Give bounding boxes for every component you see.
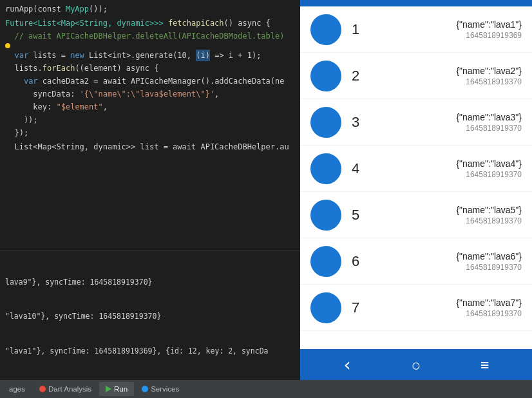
run-label: Run	[114, 385, 128, 393]
statusbar-tab-services[interactable]: Services	[135, 382, 185, 396]
list-item: 4 {"name":"lava4"} 1645818919370	[300, 146, 532, 192]
list-index: 6	[352, 253, 371, 270]
list-name: {"name":"lava2"}	[376, 66, 522, 76]
list-item: 1 {"name":"lava1"} 1645818919369	[300, 6, 532, 53]
code-line: runApp(const MyApp());	[0, 3, 300, 15]
list-index: 7	[352, 299, 371, 316]
list-time: 1645818919370	[376, 309, 522, 318]
list-content: {"name":"lava5"} 1645818919370	[376, 205, 522, 225]
code-line: Future<List<Map<String, dynamic>>> fetch…	[0, 17, 300, 30]
back-button[interactable]: ‹	[332, 349, 363, 380]
list-time: 1645818919370	[376, 263, 522, 272]
code-line: });	[0, 126, 300, 139]
code-editor: runApp(const MyApp()); Future<List<Map<S…	[0, 0, 300, 380]
code-line: List<Map<String, dynamic>> list = await …	[0, 140, 300, 153]
list-content: {"name":"lava6"} 1645818919370	[376, 251, 522, 272]
menu-button[interactable]: ≡	[470, 349, 500, 380]
list-item: 5 {"name":"lava5"} 1645818919370	[300, 192, 532, 238]
list-index: 5	[352, 207, 371, 223]
list-content: {"name":"lava2"} 1645818919370	[376, 66, 522, 86]
statusbar-tab-run[interactable]: Run	[99, 382, 134, 396]
list-content: {"name":"lava7"} 1645818919370	[376, 298, 522, 318]
services-icon	[142, 386, 148, 392]
list-index: 1	[352, 21, 371, 38]
app-navbar: ‹ ○ ≡	[300, 349, 532, 380]
list-name: {"name":"lava6"}	[376, 251, 522, 261]
list-avatar	[310, 246, 341, 277]
list-time: 1645818919370	[376, 77, 522, 86]
code-editor-bottom: lava9"}, syncTime: 1645818919370} "lava1…	[0, 251, 300, 380]
list-avatar	[310, 153, 341, 184]
list-avatar	[310, 61, 341, 91]
code-output-line: "lava10"}, syncTime: 1645818919370}	[5, 311, 295, 323]
list-content: {"name":"lava4"} 1645818919370	[376, 158, 522, 179]
code-line: var lists = new List<int>.generate(10, (…	[0, 49, 300, 62]
code-line: syncData: '{\"name\":\"lava$element\"}',	[0, 88, 300, 100]
list-content: {"name":"lava3"} 1645818919370	[376, 112, 522, 133]
warning-dot	[5, 43, 10, 48]
list-item: 2 {"name":"lava2"} 1645818919370	[300, 53, 532, 99]
code-line: var cacheData2 = await APICacheManager()…	[0, 75, 300, 88]
list-avatar	[310, 200, 341, 231]
app-list: 1 {"name":"lava1"} 1645818919369 2 {"nam…	[300, 6, 532, 349]
code-line: key: "$element",	[0, 100, 300, 113]
code-output-line: lava9"}, syncTime: 1645818919370}	[5, 277, 295, 289]
home-button[interactable]: ○	[401, 349, 432, 380]
dart-icon	[39, 386, 46, 392]
run-icon	[106, 386, 111, 392]
services-label: Services	[151, 385, 179, 393]
ide-statusbar: ages Dart Analysis Run Services	[0, 380, 532, 398]
code-line: lists.forEach((element) async {	[0, 62, 300, 75]
statusbar-tab-messages[interactable]: ages	[3, 382, 32, 396]
list-index: 4	[352, 160, 371, 177]
code-line: ));	[0, 113, 300, 126]
list-index: 3	[352, 114, 371, 131]
list-content: {"name":"lava1"} 1645818919369	[376, 19, 522, 40]
list-time: 1645818919370	[376, 170, 522, 179]
app-panel: 1 {"name":"lava1"} 1645818919369 2 {"nam…	[300, 0, 532, 380]
list-name: {"name":"lava4"}	[376, 158, 522, 169]
list-item: 3 {"name":"lava3"} 1645818919370	[300, 99, 532, 146]
code-output-line: "lava1"}, syncTime: 1645818919369}, {id:…	[5, 346, 295, 357]
list-item: 6 {"name":"lava6"} 1645818919370	[300, 238, 532, 285]
list-avatar	[310, 14, 341, 45]
list-item: 7 {"name":"lava7"} 1645818919370	[300, 285, 532, 331]
statusbar-tab-dart-analysis[interactable]: Dart Analysis	[33, 382, 98, 396]
code-line-warning	[0, 43, 300, 49]
app-header	[300, 0, 532, 6]
code-line: // await APICacheDBHelper.deleteAll(APIC…	[0, 30, 300, 43]
messages-label: ages	[9, 385, 25, 393]
list-time: 1645818919370	[376, 124, 522, 133]
list-avatar	[310, 107, 341, 138]
list-avatar	[310, 292, 341, 323]
list-name: {"name":"lava1"}	[376, 19, 522, 30]
list-time: 1645818919369	[376, 31, 522, 40]
list-name: {"name":"lava3"}	[376, 112, 522, 122]
list-index: 2	[352, 68, 371, 84]
dart-analysis-label: Dart Analysis	[48, 385, 91, 393]
list-time: 1645818919370	[376, 216, 522, 225]
code-editor-top: runApp(const MyApp()); Future<List<Map<S…	[0, 0, 300, 251]
list-name: {"name":"lava7"}	[376, 298, 522, 308]
list-name: {"name":"lava5"}	[376, 205, 522, 215]
